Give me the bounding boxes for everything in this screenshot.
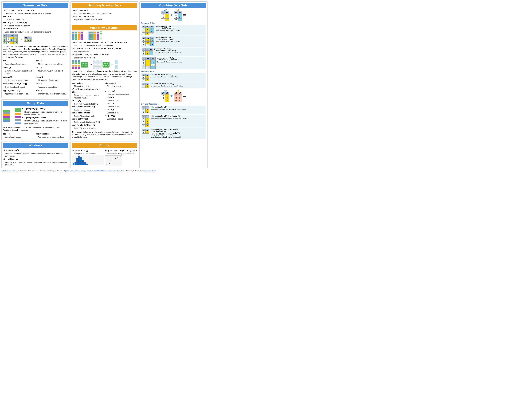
group-desc1: Return a GroupBy object, grouped by valu… (24, 111, 68, 116)
group-extra-funcs: size() Size of each group. agg(function)… (3, 132, 68, 139)
adf-label-top: adf x1x2 A1 B2 C3 (161, 9, 169, 21)
group-desc4: Aggregate group using function. (38, 136, 68, 138)
group-code2: df.groupby(level="ind") (22, 117, 49, 119)
group-desc3: Size of each group. (5, 136, 35, 138)
hist-bar-5 (80, 157, 82, 165)
windows-title: Windows (3, 143, 68, 148)
group-code3: size() (3, 133, 10, 135)
scatter-dot (110, 162, 111, 162)
plotting-title: Plotting (72, 143, 137, 148)
newvar-para2: The examples below can also be applied t… (72, 131, 137, 138)
missing-section: Handling Missing Data df=df.dropna() Dro… (70, 1, 139, 23)
newvar-arrow2: → (89, 63, 92, 66)
scatter-dot (112, 160, 112, 161)
group-size: size() Size of each group. (3, 132, 35, 139)
group-para1: All of the summary functions listed abov… (3, 126, 68, 131)
vector-function-label1: Vectorfunction (81, 62, 88, 67)
windows-code2: df.rolling(n) (3, 158, 18, 160)
summarize-code1: df['Length'].value_counts() (3, 9, 34, 11)
footer-link3[interactable]: Princeton Consultants (141, 170, 156, 172)
func-apply: apply(function)Apply function to each ob… (3, 89, 35, 95)
combine-section: Combine Data Sets adf x1x2 A1 B2 C3 + bd… (139, 1, 208, 168)
zdf-label: zdf x1x2 B2 C3 D4 (174, 90, 182, 102)
setop-union: x1x2 A1 B2 C3 D4 pd.merge(ydf, zdf, how=… (141, 115, 206, 128)
summarize-desc4: Basic descriptive statistics for each co… (5, 31, 68, 33)
footer: http://pandas.pydata.org/ This cheat she… (1, 169, 208, 172)
plotting-code2: df.plot.scatter(x='w',y='h') (105, 150, 137, 152)
newvar-code1: df=df.assign(Area=lambda df: df.Length*d… (72, 41, 128, 44)
summarize-functions-grid: sum()Sum values of each object. min()Min… (3, 59, 68, 95)
scatter-dot (116, 158, 117, 158)
eq-sign-top: = (183, 12, 186, 18)
setop-setdiff: x1x2 A1 pd.merge(ydf, zdf, how='outer', … (141, 128, 206, 139)
func-var: var()Variance of each object. (36, 82, 68, 89)
plotting-section: Plotting df.plot.hist() Histogram for ea… (70, 141, 139, 168)
newvar-desc2: Add single column. (74, 50, 137, 53)
newvar-section: Make New Variables (70, 24, 139, 140)
missing-title: Handling Missing Data (72, 3, 137, 8)
hist-bar-3 (76, 158, 78, 165)
func-sum: sum()Sum values of each object. (3, 59, 35, 65)
newvar-arrow3: → (111, 63, 114, 66)
hist-bar-6 (82, 160, 84, 165)
group-code1: df.groupby(by="col") (22, 108, 45, 110)
combine-title: Combine Data Sets (141, 3, 206, 8)
newvar-vis-top: → (72, 31, 137, 40)
newvar-grid-before (72, 31, 83, 40)
scatter-dot (115, 158, 116, 159)
footer-link1[interactable]: http://pandas.pydata.org/ (2, 170, 19, 172)
scatter-dot (111, 161, 111, 161)
group-arrow: → (11, 114, 14, 118)
newvar-desc1: Compute and append one or more new colum… (74, 44, 137, 47)
newvar-code2: df['Volume'] = df.Length*df.Height*df.De… (72, 47, 122, 50)
combine-top-vis: adf x1x2 A1 B2 C3 + bdf x1x3 AT BF DT = (141, 9, 206, 21)
newvar-arrow1: → (84, 34, 87, 38)
scatter-dot (118, 157, 118, 158)
scatter-plot-visual (105, 155, 122, 166)
func-quantile: quantile([0.25,0.75])Quantiles of each o… (3, 82, 35, 89)
newvar-funcs-right: min(axis=1)Element-wise min. shift(-1)Co… (105, 81, 137, 130)
footer-text2: ) Written by Irv Lustig, (125, 170, 140, 172)
windows-desc2: Return a Rolling object allowing summary… (5, 161, 68, 166)
func-min: min()Minimum value in each object. (36, 59, 68, 65)
func-std: std()Standard deviation of each object. (36, 89, 68, 95)
plotting-content: df.plot.hist() Histogram for each column… (72, 149, 137, 166)
footer-link2[interactable]: https://www.rstudio.com/wp-content/uploa… (66, 170, 124, 172)
func-max: max()Maximum value in each object. (36, 66, 68, 75)
filter-join-1: x1x2 A1 B2 adf[adf.x1.isin(bdf.x1)] All … (141, 73, 206, 82)
newvar-para1: pandas provides a large set of vector fu… (72, 70, 137, 81)
newvar-code3: pd.qcut(df.col, n, labels=False) (72, 54, 109, 56)
func-median: median()Median value of each object. (3, 75, 35, 82)
plotting-desc1: Histogram for each column (74, 152, 104, 155)
summarize-section: Summarize Data df['Length'].value_counts… (1, 1, 69, 98)
summarize-df-before: x1x2x3x4 A1T1.1 B2F2.0 C3T3.2 (3, 34, 18, 44)
summarize-desc3: # of distinct values in a column. (5, 25, 68, 27)
missing-desc1: Drop rows with any column having NA/null… (74, 12, 137, 15)
histogram-visual (72, 155, 104, 166)
group-desc: df.groupby(by="col") Return a GroupBy ob… (22, 107, 68, 125)
vector-function-label2: Vectorfunction (103, 62, 110, 67)
scatter-dot (119, 157, 119, 158)
summarize-para1: pandas provides a large set of summary f… (3, 45, 68, 58)
group-agg: agg(function) Aggregate group using func… (36, 132, 68, 139)
hist-bar-2 (75, 162, 76, 165)
group-code4: agg(function) (36, 133, 51, 135)
group-vis: → (3, 107, 21, 125)
newvar-grid-after (88, 31, 102, 40)
standard-joins-label: Standard Joins (141, 22, 206, 24)
newvar-title: Make New Variables (72, 25, 137, 30)
plotting-desc2: Scatter chart using pairs of points (107, 152, 137, 155)
hist-bar-8 (86, 164, 88, 165)
ydf-label: ydf x1x2 A1 B2 C3 (161, 90, 169, 102)
windows-desc1: Return an Expanding object allowing summ… (5, 152, 68, 157)
filtering-joins-label: Filtering Joins (141, 70, 206, 73)
summarize-code2: len(df) (3, 16, 11, 18)
hist-bar-4 (78, 156, 80, 165)
join-left: x1x2x3 A1T B2F C3NaN pd.merge(adf, bdf, … (141, 25, 206, 36)
plus-sign-bottom: + (170, 93, 173, 99)
scatter-dot (117, 157, 117, 158)
scatter-dot (106, 164, 107, 165)
newvar-funcs-left: max(axis=1)Element-wise max. clip(lower=… (72, 81, 104, 130)
func-count: count()Count non-NA/null values of each … (3, 66, 35, 75)
missing-code1: df=df.dropna() (72, 9, 88, 11)
